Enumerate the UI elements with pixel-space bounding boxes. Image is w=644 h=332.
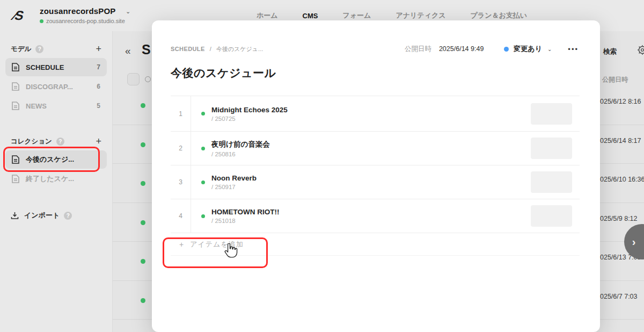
- sidebar-item-label: 今後のスケジ...: [26, 155, 74, 164]
- sidebar-item-ended-schedule[interactable]: 終了したスケ...: [5, 170, 107, 188]
- item-slug: / 251018: [211, 218, 279, 224]
- row-index: 2: [171, 132, 191, 165]
- item-title: HOMETOWN RIOT!!: [211, 208, 279, 216]
- workspace-domain: zousanrecords-pop.studio.site: [46, 18, 125, 24]
- item-thumbnail[interactable]: [531, 171, 572, 193]
- add-model-button[interactable]: +: [96, 44, 101, 54]
- studio-logo[interactable]: ⁄S: [14, 8, 23, 23]
- published-status-dot: [201, 112, 205, 116]
- modal-header: SCHEDULE / 今後のスケジュ... 公開日時 2025/6/14 9:4…: [152, 20, 600, 54]
- page-title: 今後のスケジュール: [152, 54, 600, 81]
- list-item[interactable]: 4 HOMETOWN RIOT!! / 251018: [171, 199, 580, 233]
- row-index: 3: [171, 165, 191, 199]
- chevron-down-icon: ⌄: [547, 46, 552, 52]
- document-icon: [12, 102, 19, 110]
- item-thumbnail[interactable]: [531, 138, 572, 159]
- item-title: 夜明け前の音楽会: [211, 140, 270, 149]
- item-thumbnail[interactable]: [531, 103, 572, 125]
- sidebar-item-label: NEWS: [26, 102, 47, 110]
- help-icon[interactable]: ?: [64, 212, 72, 220]
- nav-plan-billing[interactable]: プラン＆お支払い: [471, 11, 528, 20]
- item-thumbnail[interactable]: [531, 205, 572, 227]
- status-column-icon: [145, 76, 151, 82]
- status-label: 変更あり: [514, 44, 542, 54]
- collapse-sidebar-icon[interactable]: «: [125, 45, 131, 57]
- add-item-button[interactable]: + アイテムを追加: [171, 233, 580, 256]
- chevron-right-icon: ›: [632, 236, 636, 248]
- nav-analytics[interactable]: アナリティクス: [396, 11, 445, 20]
- list-item[interactable]: 3 Noon Reverb / 250917: [171, 165, 580, 199]
- changed-status-dot: [504, 47, 509, 52]
- publish-date-label: 公開日時: [405, 45, 431, 54]
- search-label[interactable]: 検索: [603, 47, 617, 56]
- chevron-down-icon: ⌄: [126, 8, 130, 15]
- published-status-dot: [201, 214, 205, 218]
- nav-cms[interactable]: CMS: [303, 12, 318, 20]
- published-status-dot: [201, 147, 205, 150]
- publish-date-cell: 025/5/9 8:12: [600, 215, 638, 222]
- item-count-badge: 6: [97, 83, 100, 90]
- workspace-name: zousanrecordsPOP: [40, 6, 116, 16]
- published-status-dot: [141, 259, 145, 264]
- published-status-dot: [141, 181, 145, 186]
- published-status-dot: [141, 220, 145, 225]
- publish-date-cell: 025/6/10 16:36: [600, 176, 644, 183]
- item-title: Noon Reverb: [211, 174, 257, 182]
- plus-icon: +: [171, 240, 184, 249]
- models-section-header: モデル ? +: [0, 41, 112, 57]
- add-item-label: アイテムを追加: [190, 240, 244, 249]
- published-status-dot: [141, 142, 145, 147]
- sidebar-item-discography[interactable]: DISCOGRAP... 6: [5, 77, 107, 96]
- sidebar-item-schedule[interactable]: SCHEDULE 7: [5, 58, 107, 76]
- modal-header-actions: 公開日時 2025/6/14 9:49 変更あり ⌄ •••: [405, 44, 579, 54]
- published-status-dot: [141, 298, 145, 303]
- workspace-switcher[interactable]: zousanrecordsPOP ⌄ zousanrecords-pop.stu…: [40, 6, 130, 24]
- sidebar-item-label: 終了したスケ...: [26, 174, 74, 184]
- sidebar-item-label: SCHEDULE: [26, 63, 64, 71]
- published-status-dot: [141, 103, 145, 108]
- sidebar-item-upcoming-schedule[interactable]: 今後のスケジ...: [5, 150, 107, 169]
- nav-forms[interactable]: フォーム: [343, 11, 371, 20]
- download-icon: [11, 212, 19, 220]
- publish-date-value[interactable]: 2025/6/14 9:49: [439, 45, 484, 53]
- publish-date-cell: 025/6/12 8:16: [600, 98, 641, 105]
- publish-date-cell: 025/6/7 7:03: [600, 293, 638, 300]
- item-count-badge: 5: [97, 102, 100, 110]
- collections-section-title: コレクション: [11, 137, 52, 146]
- breadcrumb: SCHEDULE / 今後のスケジュ...: [171, 45, 263, 53]
- document-icon: [12, 63, 19, 71]
- nav-home[interactable]: ホーム: [257, 11, 278, 20]
- sidebar-item-news[interactable]: NEWS 5: [5, 97, 107, 115]
- site-live-status-dot: [40, 19, 43, 23]
- breadcrumb-separator: /: [210, 46, 211, 52]
- item-slug: / 250816: [211, 151, 270, 157]
- document-icon: [12, 155, 19, 164]
- item-slug: / 250917: [211, 184, 257, 190]
- document-icon: [12, 175, 19, 183]
- help-icon[interactable]: ?: [56, 138, 64, 146]
- help-icon[interactable]: ?: [35, 45, 43, 53]
- sidebar: モデル ? + SCHEDULE 7 DISCOGRAP... 6 NEWS 5…: [0, 31, 113, 332]
- table-title-partial: S: [142, 42, 151, 57]
- collection-items-table: 1 Midnight Echoes 2025 / 250725 2 夜明け前の音…: [171, 96, 580, 233]
- import-button[interactable]: インポート ?: [0, 211, 112, 220]
- logo-glyph: ⁄S: [12, 8, 25, 23]
- row-index: 4: [171, 199, 191, 233]
- models-section-title: モデル: [11, 45, 31, 54]
- add-collection-button[interactable]: +: [96, 136, 101, 146]
- breadcrumb-model[interactable]: SCHEDULE: [171, 46, 205, 52]
- list-item[interactable]: 2 夜明け前の音楽会 / 250816: [171, 132, 580, 165]
- sidebar-item-label: DISCOGRAP...: [26, 83, 73, 91]
- document-icon: [12, 82, 19, 91]
- select-all-checkbox[interactable]: [127, 73, 140, 85]
- more-menu-button[interactable]: •••: [568, 45, 579, 53]
- publish-status-dropdown[interactable]: 変更あり ⌄: [504, 44, 552, 54]
- gear-icon[interactable]: [636, 44, 644, 56]
- collections-section-header: コレクション ? +: [0, 133, 112, 149]
- published-status-dot: [201, 181, 205, 184]
- publish-date-column-header: 公開日時: [602, 75, 628, 84]
- item-title: Midnight Echoes 2025: [211, 106, 288, 114]
- list-item[interactable]: 1 Midnight Echoes 2025 / 250725: [171, 96, 580, 132]
- publish-date-cell: 025/6/14 8:17: [600, 137, 641, 145]
- row-index: 1: [171, 96, 191, 131]
